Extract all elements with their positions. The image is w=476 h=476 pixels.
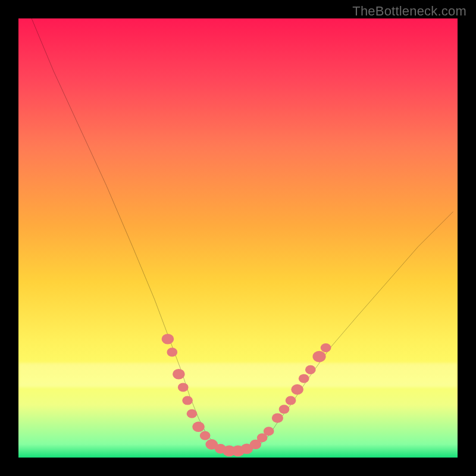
curve-marker [291, 384, 303, 395]
curve-marker [182, 396, 193, 405]
curve-marker [173, 369, 185, 380]
curve-marker [286, 396, 296, 405]
curve-marker [312, 351, 325, 362]
chart-frame: TheBottleneck.com [0, 0, 476, 476]
credit-text: TheBottleneck.com [352, 4, 466, 19]
curve-marker [178, 383, 189, 392]
curve-marker [299, 374, 309, 383]
curve-marker [321, 343, 331, 352]
curve-marker [305, 365, 316, 374]
curve-marker [162, 334, 174, 345]
curve-marker [167, 347, 177, 356]
plot-area [18, 18, 458, 458]
curve-marker [264, 427, 274, 436]
curve-marker [187, 409, 198, 418]
curve-marker [272, 413, 283, 422]
bottleneck-curve [18, 18, 458, 458]
curve-marker [279, 405, 290, 414]
curve-marker [192, 422, 205, 433]
curve-marker [200, 431, 211, 440]
